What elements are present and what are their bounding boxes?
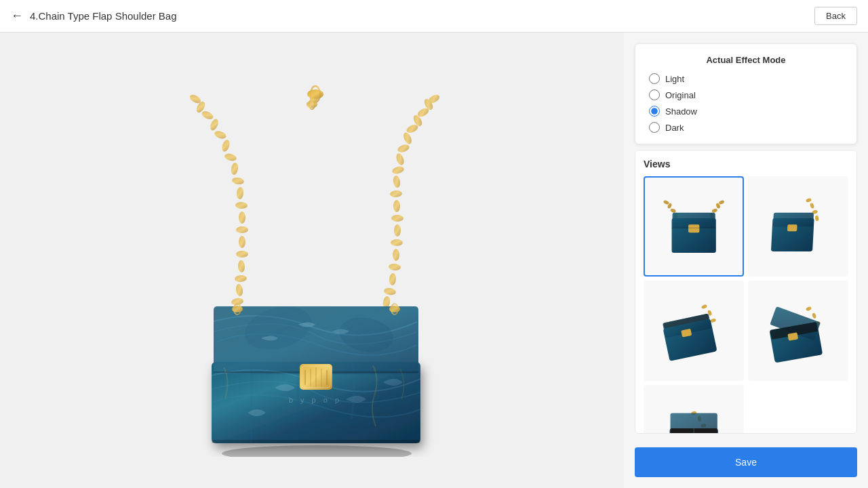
svg-point-21 [389,273,397,286]
svg-point-39 [238,260,245,272]
effect-option-original[interactable]: Original [649,89,843,100]
effect-option-light[interactable]: Light [649,73,843,84]
svg-point-32 [231,177,244,185]
svg-point-44 [222,445,412,457]
effect-mode-title: Actual Effect Mode [649,55,843,65]
product-image-container: b y p o p [122,57,502,464]
svg-rect-76 [688,224,699,232]
svg-point-36 [236,226,248,233]
product-image: b y p o p [142,64,481,457]
svg-point-92 [806,306,812,311]
back-arrow-icon[interactable]: ← [11,9,23,23]
svg-point-17 [394,224,401,237]
svg-point-93 [812,312,816,319]
label-light: Light [665,74,684,84]
svg-point-72 [711,208,717,214]
label-original: Original [665,90,696,100]
radio-original[interactable] [649,89,660,100]
svg-text:b y p o p: b y p o p [289,396,342,404]
svg-rect-84 [787,224,797,231]
effect-mode-options: Light Original Shadow Dark [649,73,843,133]
page-title: 4.Chain Type Flap Shoulder Bag [30,10,177,22]
svg-point-9 [402,131,414,146]
label-shadow: Shadow [665,106,697,117]
svg-point-13 [393,175,401,188]
views-title: Views [644,159,848,169]
svg-point-31 [231,162,239,175]
preview-panel: b y p o p [0,33,624,488]
svg-point-16 [391,215,403,222]
svg-point-66 [663,199,669,205]
svg-point-38 [236,251,248,258]
svg-point-14 [390,190,403,198]
svg-point-64 [307,89,323,99]
svg-point-11 [395,152,406,166]
radio-shadow[interactable] [649,106,660,117]
svg-point-33 [236,187,244,200]
effect-option-shadow[interactable]: Shadow [649,106,843,117]
views-grid [644,176,848,434]
svg-point-81 [814,215,818,221]
view-thumb-4[interactable] [748,281,848,381]
svg-point-20 [389,263,401,271]
svg-point-19 [393,249,399,261]
svg-rect-59 [212,440,420,443]
svg-point-30 [224,152,237,162]
svg-point-12 [391,165,405,175]
save-section: Save [624,439,868,488]
svg-point-68 [670,208,676,214]
svg-point-37 [239,236,245,248]
view-thumb-2[interactable] [748,176,848,277]
effect-option-dark[interactable]: Dark [649,122,843,133]
effect-mode-card: Actual Effect Mode Light Original Shadow… [635,43,857,144]
header-left: ← 4.Chain Type Flap Shoulder Bag [11,9,177,23]
svg-point-70 [718,199,725,205]
svg-point-41 [235,283,243,296]
svg-point-87 [710,318,716,323]
svg-point-35 [239,211,245,224]
views-panel: Views [635,150,857,434]
svg-point-42 [231,298,243,306]
chain-left [189,93,441,309]
svg-point-18 [391,239,403,246]
svg-point-26 [201,110,215,121]
view-thumb-1[interactable] [644,176,744,277]
view-thumb-3[interactable] [644,281,744,381]
svg-point-22 [383,287,396,296]
svg-point-85 [701,304,708,309]
radio-light[interactable] [649,73,660,84]
view-thumb-5[interactable] [644,385,744,434]
svg-point-78 [806,197,812,203]
header: ← 4.Chain Type Flap Shoulder Bag Back [0,0,868,33]
save-button[interactable]: Save [635,447,857,477]
svg-point-40 [235,274,248,283]
svg-point-28 [214,129,227,140]
svg-point-27 [209,118,220,132]
main-content: b y p o p Actual Effect Mode [0,33,868,488]
right-panel: Actual Effect Mode Light Original Shadow… [624,33,868,488]
back-button[interactable]: Back [814,7,857,25]
svg-point-10 [397,143,410,154]
svg-point-34 [235,202,248,209]
svg-point-15 [393,200,400,212]
label-dark: Dark [665,123,684,133]
svg-point-79 [810,203,815,209]
radio-dark[interactable] [649,122,660,133]
svg-point-29 [220,139,231,152]
